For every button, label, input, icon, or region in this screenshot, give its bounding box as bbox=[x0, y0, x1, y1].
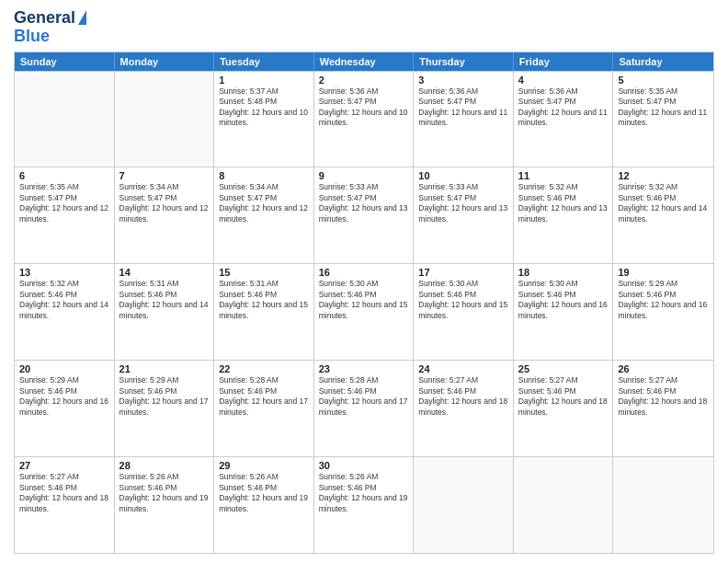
day-number: 9 bbox=[319, 170, 409, 181]
day-number: 28 bbox=[119, 460, 210, 471]
cell-info: Sunrise: 5:27 AM Sunset: 5:46 PM Dayligh… bbox=[518, 375, 609, 418]
calendar-row-2: 13Sunrise: 5:32 AM Sunset: 5:46 PM Dayli… bbox=[15, 263, 713, 360]
cell-info: Sunrise: 5:26 AM Sunset: 5:46 PM Dayligh… bbox=[119, 472, 210, 514]
weekday-header-tuesday: Tuesday bbox=[214, 52, 314, 71]
cell-info: Sunrise: 5:27 AM Sunset: 5:46 PM Dayligh… bbox=[618, 375, 709, 418]
calendar-row-0: 1Sunrise: 5:37 AM Sunset: 5:48 PM Daylig… bbox=[15, 71, 713, 167]
calendar: SundayMondayTuesdayWednesdayThursdayFrid… bbox=[14, 52, 714, 554]
cell-info: Sunrise: 5:31 AM Sunset: 5:46 PM Dayligh… bbox=[219, 279, 309, 321]
day-number: 23 bbox=[319, 363, 409, 374]
weekday-header-thursday: Thursday bbox=[414, 52, 514, 71]
calendar-cell-empty-0-0 bbox=[15, 72, 115, 167]
calendar-cell-30: 30Sunrise: 5:26 AM Sunset: 5:46 PM Dayli… bbox=[314, 457, 415, 553]
cell-info: Sunrise: 5:26 AM Sunset: 5:46 PM Dayligh… bbox=[319, 472, 409, 514]
cell-info: Sunrise: 5:28 AM Sunset: 5:46 PM Dayligh… bbox=[219, 375, 309, 418]
weekday-header-monday: Monday bbox=[115, 52, 215, 71]
cell-info: Sunrise: 5:34 AM Sunset: 5:47 PM Dayligh… bbox=[219, 182, 309, 224]
day-number: 22 bbox=[219, 363, 309, 374]
cell-info: Sunrise: 5:27 AM Sunset: 5:46 PM Dayligh… bbox=[19, 472, 109, 514]
cell-info: Sunrise: 5:29 AM Sunset: 5:46 PM Dayligh… bbox=[119, 375, 210, 418]
cell-info: Sunrise: 5:30 AM Sunset: 5:46 PM Dayligh… bbox=[518, 279, 609, 321]
calendar-cell-16: 16Sunrise: 5:30 AM Sunset: 5:46 PM Dayli… bbox=[314, 264, 415, 360]
logo: General Blue bbox=[14, 9, 86, 46]
day-number: 30 bbox=[319, 460, 409, 471]
day-number: 1 bbox=[219, 75, 309, 86]
cell-info: Sunrise: 5:32 AM Sunset: 5:46 PM Dayligh… bbox=[19, 279, 109, 321]
day-number: 2 bbox=[319, 75, 409, 86]
cell-info: Sunrise: 5:32 AM Sunset: 5:46 PM Dayligh… bbox=[618, 182, 709, 224]
cell-info: Sunrise: 5:26 AM Sunset: 5:46 PM Dayligh… bbox=[219, 472, 309, 514]
day-number: 21 bbox=[119, 363, 210, 374]
day-number: 27 bbox=[19, 460, 109, 471]
calendar-cell-7: 7Sunrise: 5:34 AM Sunset: 5:47 PM Daylig… bbox=[115, 167, 215, 263]
cell-info: Sunrise: 5:36 AM Sunset: 5:47 PM Dayligh… bbox=[319, 86, 409, 129]
weekday-header-friday: Friday bbox=[514, 52, 614, 71]
day-number: 29 bbox=[219, 460, 309, 471]
calendar-cell-20: 20Sunrise: 5:29 AM Sunset: 5:46 PM Dayli… bbox=[15, 361, 115, 456]
calendar-cell-18: 18Sunrise: 5:30 AM Sunset: 5:46 PM Dayli… bbox=[514, 264, 614, 360]
calendar-cell-10: 10Sunrise: 5:33 AM Sunset: 5:47 PM Dayli… bbox=[414, 167, 514, 263]
day-number: 24 bbox=[418, 363, 508, 374]
calendar-cell-26: 26Sunrise: 5:27 AM Sunset: 5:46 PM Dayli… bbox=[613, 361, 713, 456]
day-number: 17 bbox=[418, 267, 508, 278]
calendar-cell-22: 22Sunrise: 5:28 AM Sunset: 5:46 PM Dayli… bbox=[214, 361, 314, 456]
day-number: 6 bbox=[19, 170, 109, 181]
calendar-cell-12: 12Sunrise: 5:32 AM Sunset: 5:46 PM Dayli… bbox=[613, 167, 713, 263]
calendar-cell-23: 23Sunrise: 5:28 AM Sunset: 5:46 PM Dayli… bbox=[314, 361, 415, 456]
calendar-cell-empty-4-5 bbox=[514, 457, 614, 553]
calendar-row-3: 20Sunrise: 5:29 AM Sunset: 5:46 PM Dayli… bbox=[15, 360, 713, 456]
calendar-cell-25: 25Sunrise: 5:27 AM Sunset: 5:46 PM Dayli… bbox=[514, 361, 614, 456]
cell-info: Sunrise: 5:29 AM Sunset: 5:46 PM Dayligh… bbox=[19, 375, 109, 418]
day-number: 13 bbox=[19, 267, 109, 278]
calendar-cell-empty-0-1 bbox=[115, 72, 215, 167]
day-number: 14 bbox=[119, 267, 210, 278]
calendar-cell-28: 28Sunrise: 5:26 AM Sunset: 5:46 PM Dayli… bbox=[115, 457, 215, 553]
day-number: 11 bbox=[518, 170, 609, 181]
day-number: 25 bbox=[518, 363, 609, 374]
calendar-cell-6: 6Sunrise: 5:35 AM Sunset: 5:47 PM Daylig… bbox=[15, 167, 115, 263]
day-number: 8 bbox=[219, 170, 309, 181]
cell-info: Sunrise: 5:32 AM Sunset: 5:46 PM Dayligh… bbox=[518, 182, 609, 224]
day-number: 12 bbox=[618, 170, 709, 181]
cell-info: Sunrise: 5:33 AM Sunset: 5:47 PM Dayligh… bbox=[319, 182, 409, 224]
cell-info: Sunrise: 5:30 AM Sunset: 5:46 PM Dayligh… bbox=[418, 279, 508, 321]
calendar-cell-4: 4Sunrise: 5:36 AM Sunset: 5:47 PM Daylig… bbox=[514, 72, 614, 167]
day-number: 19 bbox=[618, 267, 709, 278]
calendar-cell-11: 11Sunrise: 5:32 AM Sunset: 5:46 PM Dayli… bbox=[514, 167, 614, 263]
calendar-cell-empty-4-6 bbox=[613, 457, 713, 553]
logo-blue: Blue bbox=[14, 28, 50, 46]
calendar-cell-24: 24Sunrise: 5:27 AM Sunset: 5:46 PM Dayli… bbox=[414, 361, 514, 456]
calendar-cell-21: 21Sunrise: 5:29 AM Sunset: 5:46 PM Dayli… bbox=[115, 361, 215, 456]
page: General Blue SundayMondayTuesdayWednesda… bbox=[0, 0, 728, 563]
cell-info: Sunrise: 5:35 AM Sunset: 5:47 PM Dayligh… bbox=[19, 182, 109, 224]
calendar-row-4: 27Sunrise: 5:27 AM Sunset: 5:46 PM Dayli… bbox=[15, 456, 713, 553]
logo-triangle-icon bbox=[78, 10, 86, 25]
weekday-header-saturday: Saturday bbox=[613, 52, 713, 71]
calendar-cell-17: 17Sunrise: 5:30 AM Sunset: 5:46 PM Dayli… bbox=[414, 264, 514, 360]
calendar-cell-14: 14Sunrise: 5:31 AM Sunset: 5:46 PM Dayli… bbox=[115, 264, 215, 360]
day-number: 5 bbox=[618, 75, 709, 86]
calendar-body: 1Sunrise: 5:37 AM Sunset: 5:48 PM Daylig… bbox=[15, 71, 713, 553]
day-number: 18 bbox=[518, 267, 609, 278]
cell-info: Sunrise: 5:37 AM Sunset: 5:48 PM Dayligh… bbox=[219, 86, 309, 129]
cell-info: Sunrise: 5:28 AM Sunset: 5:46 PM Dayligh… bbox=[319, 375, 409, 418]
header: General Blue bbox=[14, 9, 714, 46]
cell-info: Sunrise: 5:29 AM Sunset: 5:46 PM Dayligh… bbox=[618, 279, 709, 321]
cell-info: Sunrise: 5:35 AM Sunset: 5:47 PM Dayligh… bbox=[618, 86, 709, 129]
calendar-cell-2: 2Sunrise: 5:36 AM Sunset: 5:47 PM Daylig… bbox=[314, 72, 415, 167]
logo-general: General bbox=[14, 9, 75, 28]
day-number: 4 bbox=[518, 75, 609, 86]
calendar-header: SundayMondayTuesdayWednesdayThursdayFrid… bbox=[15, 52, 713, 71]
day-number: 16 bbox=[319, 267, 409, 278]
day-number: 10 bbox=[418, 170, 508, 181]
calendar-cell-27: 27Sunrise: 5:27 AM Sunset: 5:46 PM Dayli… bbox=[15, 457, 115, 553]
calendar-cell-8: 8Sunrise: 5:34 AM Sunset: 5:47 PM Daylig… bbox=[214, 167, 314, 263]
calendar-cell-19: 19Sunrise: 5:29 AM Sunset: 5:46 PM Dayli… bbox=[613, 264, 713, 360]
cell-info: Sunrise: 5:34 AM Sunset: 5:47 PM Dayligh… bbox=[119, 182, 210, 224]
calendar-cell-13: 13Sunrise: 5:32 AM Sunset: 5:46 PM Dayli… bbox=[15, 264, 115, 360]
calendar-cell-5: 5Sunrise: 5:35 AM Sunset: 5:47 PM Daylig… bbox=[613, 72, 713, 167]
calendar-row-1: 6Sunrise: 5:35 AM Sunset: 5:47 PM Daylig… bbox=[15, 167, 713, 263]
calendar-cell-29: 29Sunrise: 5:26 AM Sunset: 5:46 PM Dayli… bbox=[214, 457, 314, 553]
calendar-cell-15: 15Sunrise: 5:31 AM Sunset: 5:46 PM Dayli… bbox=[214, 264, 314, 360]
calendar-cell-empty-4-4 bbox=[414, 457, 514, 553]
